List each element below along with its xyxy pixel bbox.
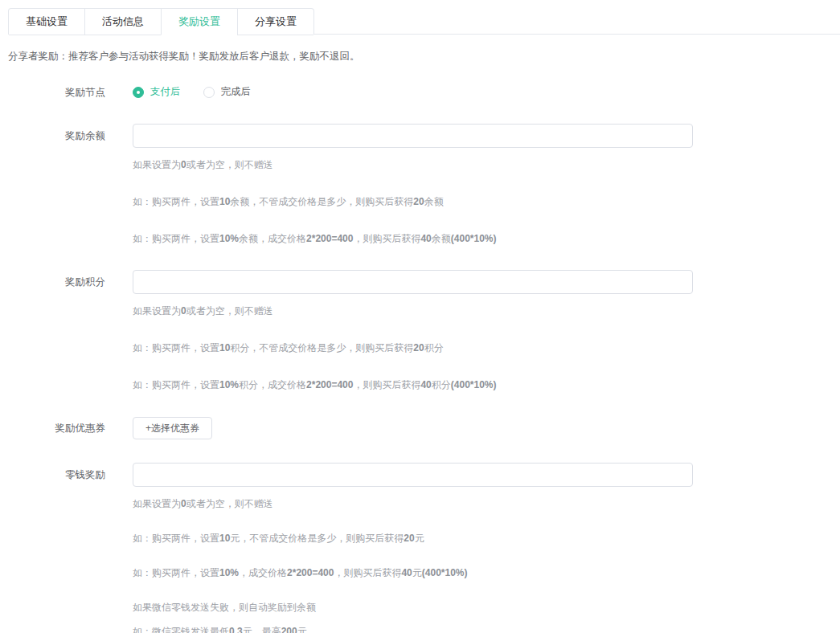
reward-node-radio-group: 支付后 完成后 [133, 85, 251, 99]
reward-settings-panel: 基础设置 活动信息 奖励设置 分享设置 分享者奖励：推荐客户参与活动获得奖励！奖… [0, 8, 840, 633]
help-text: 如：购买两件，设置10余额，不管成交价格是多少，则购买后获得20余额 [133, 195, 840, 209]
reward-balance-help: 如果设置为0或者为空，则不赠送 如：购买两件，设置10余额，不管成交价格是多少，… [133, 158, 840, 246]
reward-balance-input[interactable] [133, 124, 693, 148]
tab-reward-settings[interactable]: 奖励设置 [161, 9, 237, 35]
radio-unselected-icon [203, 87, 215, 98]
cash-reward-help: 如果设置为0或者为空，则不赠送 如：购买两件，设置10元，不管成交价格是多少，则… [133, 497, 840, 633]
tabs-nav: 基础设置 活动信息 奖励设置 分享设置 [8, 8, 314, 35]
tab-activity-info[interactable]: 活动信息 [84, 9, 161, 35]
reward-node-label: 奖励节点 [8, 86, 133, 99]
help-text: 如果设置为0或者为空，则不赠送 [133, 304, 840, 318]
cash-reward-row: 零钱奖励 [8, 463, 840, 487]
reward-node-row: 奖励节点 支付后 完成后 [8, 85, 840, 99]
reward-balance-label: 奖励余额 [8, 129, 133, 142]
reward-points-help: 如果设置为0或者为空，则不赠送 如：购买两件，设置10积分，不管成交价格是多少，… [133, 304, 840, 392]
reward-coupon-row: 奖励优惠券 +选择优惠券 [8, 417, 840, 439]
tab-basic-settings[interactable]: 基础设置 [9, 9, 84, 35]
reward-points-input[interactable] [133, 270, 693, 294]
radio-after-payment[interactable]: 支付后 [133, 85, 181, 99]
tab-bar: 基础设置 活动信息 奖励设置 分享设置 [8, 8, 840, 35]
radio-after-payment-label: 支付后 [150, 85, 181, 99]
help-text: 如：购买两件，设置10元，不管成交价格是多少，则购买后获得20元 [133, 532, 840, 545]
radio-selected-icon [133, 87, 144, 98]
help-text: 如果设置为0或者为空，则不赠送 [133, 158, 840, 172]
radio-after-completion-label: 完成后 [221, 85, 252, 99]
reward-coupon-label: 奖励优惠券 [8, 422, 133, 435]
help-text: 如：购买两件，设置10%，成交价格2*200=400，则购买后获得40元(400… [133, 566, 840, 580]
help-text: 如果微信零钱发送失败，则自动奖励到余额 [133, 601, 840, 615]
sharer-reward-description: 分享者奖励：推荐客户参与活动获得奖励！奖励发放后客户退款，奖励不退回。 [8, 50, 840, 63]
cash-reward-input[interactable] [133, 463, 693, 487]
reward-points-row: 奖励积分 [8, 270, 840, 294]
reward-balance-row: 奖励余额 [8, 124, 840, 148]
help-text: 如果设置为0或者为空，则不赠送 [133, 497, 840, 511]
cash-reward-label: 零钱奖励 [8, 468, 133, 481]
reward-points-label: 奖励积分 [8, 276, 133, 288]
select-coupon-button[interactable]: +选择优惠券 [133, 417, 212, 439]
help-text: 如：购买两件，设置10%余额，成交价格2*200=400，则购买后获得40余额(… [133, 232, 840, 246]
help-text-clipped: 如：微信零钱发送最低0.3元，最高200元 [133, 625, 840, 633]
help-text: 如：购买两件，设置10积分，不管成交价格是多少，则购买后获得20积分 [133, 341, 840, 355]
radio-after-completion[interactable]: 完成后 [203, 85, 252, 99]
tab-share-settings[interactable]: 分享设置 [237, 9, 313, 35]
help-text: 如：购买两件，设置10%积分，成交价格2*200=400，则购买后获得40积分(… [133, 378, 840, 392]
